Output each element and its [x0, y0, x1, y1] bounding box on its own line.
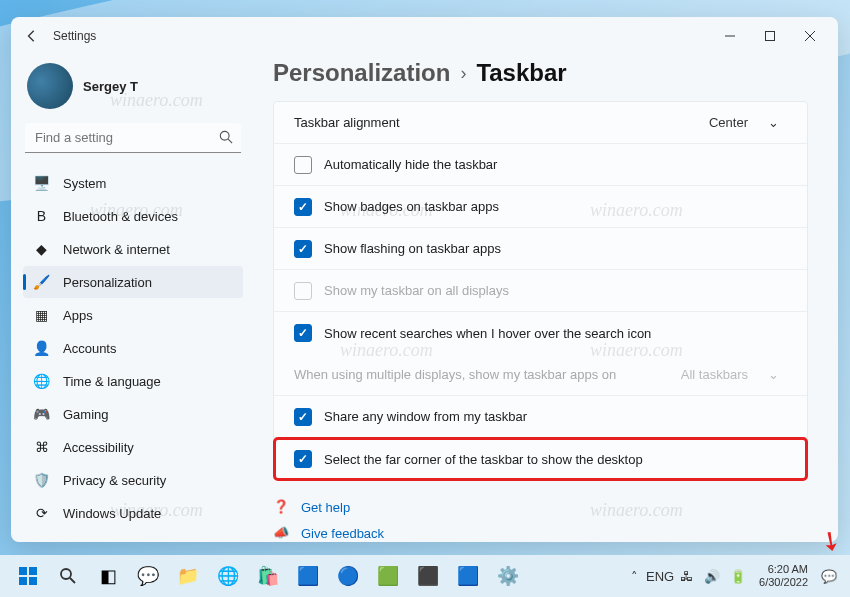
sidebar-item-gaming[interactable]: 🎮Gaming: [23, 398, 243, 430]
show-desktop-corner-row: Select the far corner of the taskbar to …: [274, 438, 807, 480]
maximize-button[interactable]: [750, 22, 790, 50]
nav-label: Apps: [63, 308, 93, 323]
nav-label: Gaming: [63, 407, 109, 422]
setting-checkbox[interactable]: [294, 156, 312, 174]
sidebar-item-time-language[interactable]: 🌐Time & language: [23, 365, 243, 397]
nav-label: System: [63, 176, 106, 191]
feedback-icon: 📣: [273, 525, 289, 541]
help-icon: ❓: [273, 499, 289, 515]
svg-rect-8: [19, 577, 27, 585]
settings-group: Taskbar alignment Center ⌄ Automatically…: [273, 101, 808, 481]
setting-label: Show flashing on taskbar apps: [324, 241, 501, 256]
battery-tray-icon[interactable]: 🔋: [727, 565, 749, 587]
get-help-link[interactable]: ❓ Get help: [273, 499, 808, 515]
multi-display-label: When using multiple displays, show my ta…: [294, 367, 673, 382]
svg-rect-6: [19, 567, 27, 575]
file-explorer-icon[interactable]: 📁: [170, 558, 206, 594]
settings-window: Settings Sergey T 🖥️SystemBBluetooth & d…: [11, 17, 838, 542]
setting-row: Automatically hide the taskbar: [274, 144, 807, 186]
show-desktop-corner-label: Select the far corner of the taskbar to …: [324, 452, 643, 467]
breadcrumb-current: Taskbar: [476, 59, 566, 87]
app-icon-2[interactable]: 🔵: [330, 558, 366, 594]
alignment-dropdown[interactable]: Center ⌄: [701, 111, 787, 134]
clock[interactable]: 6:20 AM 6/30/2022: [753, 563, 814, 589]
close-button[interactable]: [790, 22, 830, 50]
share-window-row: Share any window from my taskbar: [274, 396, 807, 438]
settings-taskbar-icon[interactable]: ⚙️: [490, 558, 526, 594]
titlebar: Settings: [11, 17, 838, 55]
nav-label: Time & language: [63, 374, 161, 389]
personalization-icon: 🖌️: [33, 274, 50, 291]
nav-label: Network & internet: [63, 242, 170, 257]
start-button[interactable]: [10, 558, 46, 594]
minimize-button[interactable]: [710, 22, 750, 50]
setting-row: Show my taskbar on all displays: [274, 270, 807, 312]
setting-label: Show badges on taskbar apps: [324, 199, 499, 214]
sidebar-item-bluetooth-devices[interactable]: BBluetooth & devices: [23, 200, 243, 232]
task-view-icon[interactable]: ◧: [90, 558, 126, 594]
network-tray-icon[interactable]: 🖧: [675, 565, 697, 587]
user-account[interactable]: Sergey T: [23, 55, 243, 123]
nav-list: 🖥️SystemBBluetooth & devices◆Network & i…: [23, 167, 243, 529]
avatar: [27, 63, 73, 109]
notifications-tray-icon[interactable]: 💬: [818, 565, 840, 587]
setting-checkbox[interactable]: [294, 198, 312, 216]
windows-update-icon: ⟳: [33, 505, 50, 522]
breadcrumb-parent[interactable]: Personalization: [273, 59, 450, 87]
app-icon-3[interactable]: 🟩: [370, 558, 406, 594]
app-icon-5[interactable]: 🟦: [450, 558, 486, 594]
back-button[interactable]: [19, 23, 45, 49]
chevron-right-icon: ›: [460, 63, 466, 84]
search-icon: [219, 130, 233, 148]
app-icon-1[interactable]: 🟦: [290, 558, 326, 594]
volume-tray-icon[interactable]: 🔊: [701, 565, 723, 587]
setting-label: Show recent searches when I hover over t…: [324, 326, 651, 341]
nav-label: Bluetooth & devices: [63, 209, 178, 224]
network-internet-icon: ◆: [33, 241, 50, 258]
svg-line-11: [70, 578, 75, 583]
share-window-checkbox[interactable]: [294, 408, 312, 426]
store-icon[interactable]: 🛍️: [250, 558, 286, 594]
search-taskbar-icon[interactable]: [50, 558, 86, 594]
svg-rect-1: [766, 32, 775, 41]
nav-label: Privacy & security: [63, 473, 166, 488]
nav-label: Accessibility: [63, 440, 134, 455]
sidebar-item-network-internet[interactable]: ◆Network & internet: [23, 233, 243, 265]
setting-row: Show flashing on taskbar apps: [274, 228, 807, 270]
setting-checkbox[interactable]: [294, 240, 312, 258]
tray-chevron-icon[interactable]: ˄: [623, 565, 645, 587]
gaming-icon: 🎮: [33, 406, 50, 423]
sidebar-item-accounts[interactable]: 👤Accounts: [23, 332, 243, 364]
sidebar: Sergey T 🖥️SystemBBluetooth & devices◆Ne…: [11, 55, 255, 542]
setting-checkbox[interactable]: [294, 324, 312, 342]
taskbar: ◧ 💬 📁 🌐 🛍️ 🟦 🔵 🟩 ⬛ 🟦 ⚙️ ˄ ENG 🖧 🔊 🔋 6:20…: [0, 555, 850, 597]
setting-row: Show badges on taskbar apps: [274, 186, 807, 228]
svg-line-5: [228, 139, 232, 143]
show-desktop-corner-checkbox[interactable]: [294, 450, 312, 468]
setting-checkbox: [294, 282, 312, 300]
search-input[interactable]: [25, 123, 241, 153]
sidebar-item-apps[interactable]: ▦Apps: [23, 299, 243, 331]
time-language-icon: 🌐: [33, 373, 50, 390]
nav-label: Personalization: [63, 275, 152, 290]
app-icon-4[interactable]: ⬛: [410, 558, 446, 594]
sidebar-item-accessibility[interactable]: ⌘Accessibility: [23, 431, 243, 463]
sidebar-item-personalization[interactable]: 🖌️Personalization: [23, 266, 243, 298]
nav-label: Accounts: [63, 341, 116, 356]
give-feedback-link[interactable]: 📣 Give feedback: [273, 525, 808, 541]
svg-rect-7: [29, 567, 37, 575]
sidebar-item-windows-update[interactable]: ⟳Windows Update: [23, 497, 243, 529]
accounts-icon: 👤: [33, 340, 50, 357]
sidebar-item-privacy-security[interactable]: 🛡️Privacy & security: [23, 464, 243, 496]
sidebar-item-system[interactable]: 🖥️System: [23, 167, 243, 199]
user-name: Sergey T: [83, 79, 138, 94]
chevron-down-icon: ⌄: [768, 115, 779, 130]
system-icon: 🖥️: [33, 175, 50, 192]
multi-display-row: When using multiple displays, show my ta…: [274, 354, 807, 396]
apps-icon: ▦: [33, 307, 50, 324]
chevron-down-icon: ⌄: [768, 367, 779, 382]
chat-icon[interactable]: 💬: [130, 558, 166, 594]
language-indicator[interactable]: ENG: [649, 565, 671, 587]
setting-label: Show my taskbar on all displays: [324, 283, 509, 298]
edge-icon[interactable]: 🌐: [210, 558, 246, 594]
